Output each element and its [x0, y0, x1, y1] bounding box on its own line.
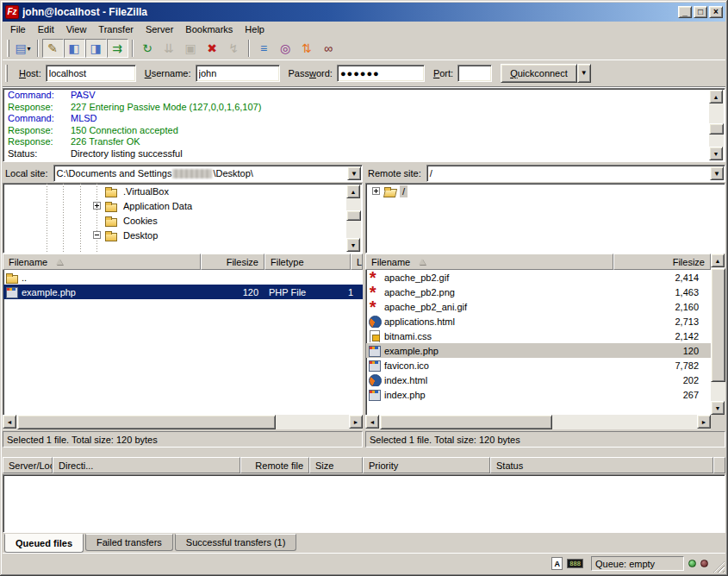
apache_pb2.png[interactable]: apache_pb2.png 1,463 — [366, 285, 711, 299]
minimize-button[interactable]: _ — [678, 6, 692, 18]
scroll-left-icon[interactable]: ◄ — [365, 415, 379, 429]
filter-button[interactable]: ≡ — [253, 39, 275, 58]
scrollbar-thumb[interactable] — [709, 123, 724, 135]
applications.html[interactable]: applications.html 2,713 — [366, 314, 711, 329]
scroll-right-icon[interactable]: ► — [697, 415, 711, 429]
html-file-icon — [368, 316, 382, 328]
tree-item[interactable]: .VirtualBox — [3, 184, 362, 198]
index.html[interactable]: index.html 202 — [366, 373, 711, 387]
resize-grip[interactable] — [713, 561, 725, 573]
local-list-hscrollbar[interactable]: ◄ ► — [3, 415, 363, 429]
queue-column-header[interactable]: Remote file — [240, 457, 309, 473]
remote-list-scrollbar[interactable]: ▲ ▼ — [711, 254, 725, 415]
queue-column-header[interactable]: Size — [309, 457, 363, 473]
menu-view[interactable]: View — [60, 22, 93, 36]
toggle-remote-tree-button[interactable]: ◨ — [85, 39, 107, 58]
queue-column-header[interactable]: Server/Local file — [3, 457, 53, 473]
toolbar-separator — [248, 40, 250, 57]
html-file-icon — [368, 374, 382, 386]
menu-edit[interactable]: Edit — [32, 22, 60, 36]
scroll-down-icon[interactable]: ▼ — [709, 147, 723, 160]
scroll-down-icon[interactable]: ▼ — [346, 238, 360, 252]
site-manager-button[interactable]: ▤▾ — [12, 39, 34, 58]
queue-column-header[interactable]: Priority — [363, 457, 490, 473]
tree-item[interactable]: Application Data — [3, 198, 362, 213]
column-header-filename[interactable]: Filename — [3, 254, 201, 270]
local-tree-scrollbar[interactable]: ▲ ▼ — [346, 185, 361, 252]
cancel-button[interactable]: ▣ — [180, 39, 202, 58]
disconnect-button[interactable]: ✖ — [202, 39, 223, 58]
scrollbar-thumb[interactable] — [346, 210, 361, 221]
toolbar: ▤▾ ✎ ◧ ◨ ⇉ ↻ ⇊ ▣ ✖ ↯ — [3, 37, 725, 60]
tree-expander-icon[interactable] — [93, 202, 101, 210]
..[interactable]: .. — [3, 270, 363, 285]
local-site-combobox[interactable]: C:\Documents and Settings\Desktop\ ▼ — [53, 165, 363, 182]
tree-item[interactable]: Desktop — [3, 228, 362, 242]
directory-comparison-button[interactable]: ◎ — [275, 39, 296, 58]
reconnect-button[interactable]: ↯ — [223, 39, 245, 58]
tree-item[interactable]: Cookies — [3, 213, 362, 228]
close-button[interactable]: × — [709, 6, 723, 18]
quickconnect-button[interactable]: Quickconnect — [501, 64, 577, 83]
maximize-button[interactable]: □ — [694, 6, 707, 18]
find-files-button[interactable]: ∞ — [318, 39, 339, 58]
combo-dropdown-icon[interactable]: ▼ — [710, 166, 724, 180]
remote-list-hscrollbar[interactable]: ◄ ► — [365, 415, 711, 429]
toggle-message-log-button[interactable]: ✎ — [42, 39, 64, 58]
process-queue-button[interactable]: ⇊ — [159, 39, 180, 58]
scroll-left-icon[interactable]: ◄ — [3, 415, 16, 429]
apache_pb2.gif[interactable]: apache_pb2.gif 2,414 — [366, 270, 711, 285]
menu-bookmarks[interactable]: Bookmarks — [179, 22, 239, 36]
tab-successful-transfers[interactable]: Successful transfers (1) — [175, 534, 297, 551]
scroll-up-icon[interactable]: ▲ — [711, 254, 725, 267]
quickconnect-dropdown[interactable]: ▼ — [577, 64, 591, 83]
username-input[interactable] — [196, 65, 280, 82]
column-header-filesize[interactable]: Filesize — [201, 254, 264, 270]
combo-dropdown-icon[interactable]: ▼ — [347, 166, 361, 180]
example.php[interactable]: example.php 120 PHP File 1 — [3, 285, 363, 299]
scrollbar-thumb[interactable] — [17, 415, 276, 429]
menu-file[interactable]: File — [4, 22, 32, 36]
scrollbar-thumb[interactable] — [380, 415, 552, 429]
refresh-button[interactable]: ↻ — [137, 39, 159, 58]
tab-queued-files[interactable]: Queued files — [4, 534, 84, 553]
port-input[interactable] — [457, 65, 492, 82]
sort-ascending-icon — [419, 259, 426, 265]
toggle-transfer-queue-button[interactable]: ⇉ — [107, 39, 128, 58]
scroll-down-icon[interactable]: ▼ — [711, 401, 725, 415]
log-line: Response: 150 Connection accepted — [5, 125, 725, 137]
tree-expander-icon[interactable] — [93, 231, 101, 239]
log-line: Status: Directory listing successful — [5, 148, 725, 160]
remote-site-combobox[interactable]: / ▼ — [426, 165, 725, 182]
index.php[interactable]: index.php 267 — [366, 387, 711, 402]
tree-item[interactable]: / — [366, 184, 725, 198]
tab-failed-transfers[interactable]: Failed transfers — [85, 534, 173, 551]
scroll-right-icon[interactable]: ► — [349, 415, 363, 429]
log-scrollbar[interactable]: ▲ ▼ — [709, 90, 724, 160]
bitnami.css[interactable]: bitnami.css 2,142 — [366, 329, 711, 343]
example.php[interactable]: example.php 120 — [366, 343, 711, 358]
menu-server[interactable]: Server — [140, 22, 179, 36]
queue-column-header[interactable]: Status — [490, 457, 713, 473]
host-input[interactable] — [46, 65, 136, 82]
scroll-up-icon[interactable]: ▲ — [346, 185, 360, 198]
column-header-filetype[interactable]: Filetype — [264, 254, 351, 270]
toggle-local-tree-button[interactable]: ◧ — [64, 39, 85, 58]
synchronized-browsing-button[interactable]: ⇅ — [296, 39, 318, 58]
queue-column-header[interactable]: Directi... — [53, 457, 240, 473]
scroll-up-icon[interactable]: ▲ — [709, 90, 723, 103]
menu-help[interactable]: Help — [239, 22, 271, 36]
queue-list[interactable] — [3, 474, 725, 533]
scrollbar-thumb[interactable] — [711, 268, 725, 382]
apache-feather-icon — [368, 286, 382, 298]
queue-column-header[interactable] — [713, 457, 725, 473]
tree-expander-icon[interactable] — [372, 187, 380, 195]
column-header-filename[interactable]: Filename — [365, 254, 613, 270]
menu-transfer[interactable]: Transfer — [92, 22, 140, 36]
column-header-modified[interactable]: L — [351, 254, 363, 270]
password-input[interactable] — [337, 65, 425, 82]
apache_pb2_ani.gif[interactable]: apache_pb2_ani.gif 2,160 — [366, 299, 711, 314]
column-header-filesize[interactable]: Filesize — [613, 254, 711, 270]
favicon.ico[interactable]: favicon.ico 7,782 — [366, 358, 711, 373]
php-file-icon — [368, 345, 382, 357]
